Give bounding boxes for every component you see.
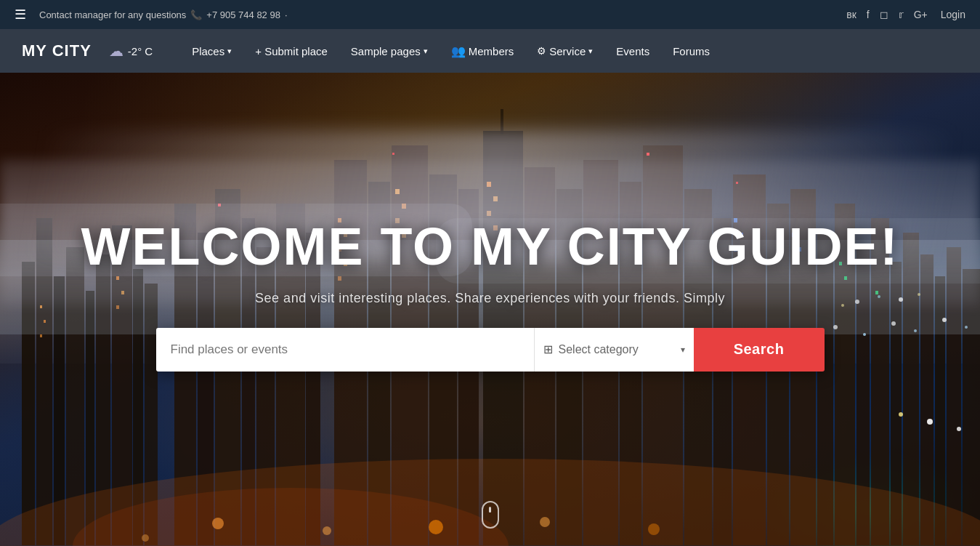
navbar: MY CITY ☁ -2° C Places ▾ + Submit place … (0, 29, 980, 73)
hamburger-icon[interactable]: ☰ (15, 7, 26, 23)
nav-submit-place[interactable]: + Submit place (245, 39, 338, 63)
hero-title: WELCOME TO MY CITY GUIDE! (81, 218, 899, 276)
category-chevron-icon: ▾ (681, 345, 685, 355)
nav-places[interactable]: Places ▾ (182, 39, 242, 63)
nav-links: Places ▾ + Submit place Sample pages ▾ 👥… (182, 39, 958, 64)
hero-section: WELCOME TO MY CITY GUIDE! See and visit … (0, 73, 980, 546)
search-input-wrapper (156, 328, 534, 372)
twitter-icon[interactable]: 𝕣 (899, 9, 904, 20)
svg-point-88 (927, 419, 933, 425)
svg-point-82 (212, 518, 224, 529)
contact-text: Contact manager for any questions (39, 9, 186, 20)
events-label: Events (616, 45, 649, 57)
facebook-icon[interactable]: f (867, 9, 870, 20)
hero-content: WELCOME TO MY CITY GUIDE! See and visit … (81, 218, 899, 371)
topbar: ☰ Contact manager for any questions 📞 +7… (0, 0, 980, 29)
category-icon: ⊞ (543, 342, 553, 356)
mouse-dot (489, 507, 491, 513)
search-bar: ⊞ Select category ▾ Search (156, 328, 825, 372)
temperature: -2° C (128, 45, 153, 57)
category-select-wrapper: ⊞ Select category ▾ (534, 328, 694, 372)
topbar-contact: ☰ Contact manager for any questions 📞 +7… (15, 7, 288, 23)
topbar-right: вк f ◻ 𝕣 G+ Login (846, 9, 965, 20)
category-select[interactable]: Select category (559, 343, 675, 356)
vk-icon[interactable]: вк (846, 9, 857, 20)
service-chevron: ▾ (588, 47, 593, 56)
members-icon: 👥 (451, 44, 466, 58)
svg-point-87 (142, 534, 149, 542)
service-label: Service (549, 45, 586, 57)
social-links: вк f ◻ 𝕣 G+ (846, 9, 928, 20)
nav-forums[interactable]: Forums (663, 39, 720, 63)
googleplus-icon[interactable]: G+ (914, 9, 928, 20)
sample-pages-label: Sample pages (351, 45, 421, 57)
places-label: Places (192, 45, 224, 57)
svg-point-89 (957, 427, 961, 431)
phone-number: +7 905 744 82 98 (206, 9, 280, 20)
weather-widget: ☁ -2° C (109, 42, 153, 60)
instagram-icon[interactable]: ◻ (880, 9, 888, 20)
cloud-icon: ☁ (109, 42, 123, 60)
svg-rect-50 (40, 334, 42, 337)
hero-subtitle: See and visit interesting places. Share … (255, 291, 725, 306)
nav-members[interactable]: 👥 Members (441, 39, 525, 64)
mouse-icon (482, 501, 499, 529)
svg-point-85 (540, 517, 550, 527)
svg-point-86 (648, 523, 660, 535)
gear-icon: ⚙ (537, 45, 546, 57)
svg-point-90 (899, 412, 903, 417)
site-logo[interactable]: MY CITY (22, 41, 92, 60)
forums-label: Forums (673, 45, 710, 57)
phone-icon: 📞 (190, 9, 202, 20)
search-input[interactable] (171, 342, 519, 357)
sample-pages-chevron: ▾ (424, 47, 428, 56)
search-button[interactable]: Search (694, 328, 825, 372)
scroll-indicator (482, 501, 499, 529)
nav-sample-pages[interactable]: Sample pages ▾ (341, 39, 438, 63)
submit-place-label: + Submit place (255, 45, 328, 57)
members-label: Members (469, 45, 514, 57)
places-chevron: ▾ (227, 47, 232, 56)
nav-events[interactable]: Events (606, 39, 660, 63)
svg-point-84 (429, 520, 443, 534)
login-link[interactable]: Login (941, 9, 965, 20)
nav-service[interactable]: ⚙ Service ▾ (527, 39, 603, 63)
svg-point-83 (323, 526, 331, 535)
